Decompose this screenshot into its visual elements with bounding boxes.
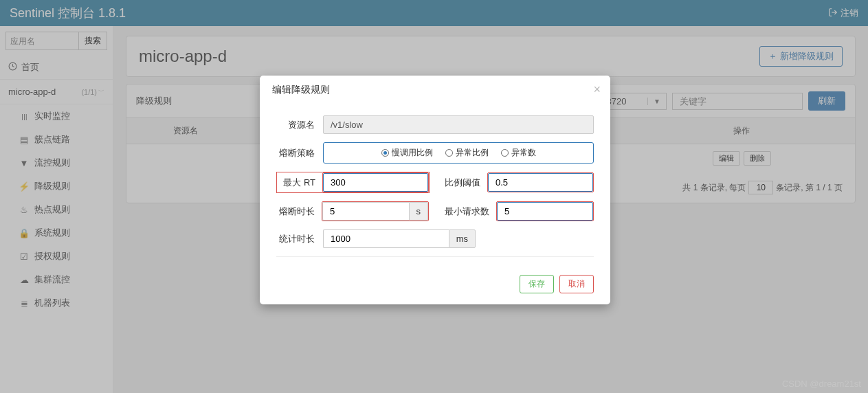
timewindow-input[interactable] (322, 202, 409, 221)
save-button[interactable]: 保存 (520, 275, 554, 293)
strategy-label: 熔断策略 (276, 147, 315, 159)
edit-rule-modal: 编辑降级规则 × 资源名 熔断策略 慢调用比例 异常比例 异常数 最大 RT (260, 76, 610, 304)
timewindow-label: 熔断时长 (276, 205, 315, 218)
resource-label: 资源名 (276, 119, 315, 131)
minreq-input[interactable] (497, 202, 593, 221)
strategy-radio-group: 慢调用比例 异常比例 异常数 (323, 142, 594, 164)
modal-title: 编辑降级规则 (272, 84, 598, 96)
radio-slow[interactable]: 慢调用比例 (381, 147, 433, 159)
radio-error-ratio[interactable]: 异常比例 (445, 147, 489, 159)
ratio-label: 比例阈值 (442, 177, 480, 189)
stat-unit: ms (449, 229, 476, 248)
cancel-button[interactable]: 取消 (559, 275, 594, 293)
radio-icon (445, 149, 453, 157)
watermark: CSDN @dream21st (782, 379, 861, 389)
maxrt-input[interactable] (323, 173, 428, 192)
radio-icon (381, 149, 389, 157)
minreq-label: 最小请求数 (441, 205, 489, 218)
close-icon[interactable]: × (593, 82, 601, 97)
maxrt-label: 最大 RT (277, 177, 315, 189)
stat-label: 统计时长 (276, 233, 315, 245)
radio-error-count[interactable]: 异常数 (501, 147, 536, 159)
radio-icon (501, 149, 509, 157)
resource-input (323, 115, 594, 134)
ratio-input[interactable] (488, 173, 593, 192)
timewindow-unit: s (409, 202, 429, 221)
stat-input[interactable] (323, 229, 449, 248)
